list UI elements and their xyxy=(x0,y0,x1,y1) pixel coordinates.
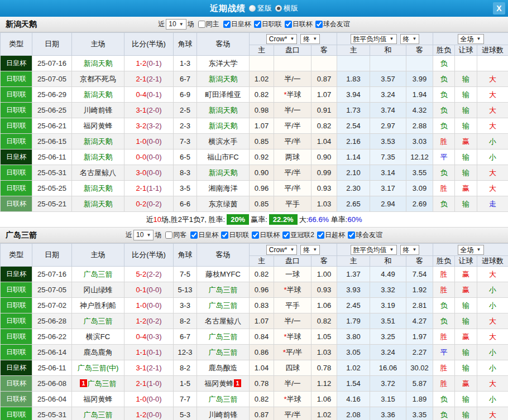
avg-draw: 3.25 xyxy=(370,329,406,345)
fulltime-score: 1-1 xyxy=(136,348,146,356)
avg-home: 1.54 xyxy=(337,376,370,392)
corner-score: 5-3 xyxy=(174,407,197,420)
col-header-type: 类型 xyxy=(1,33,32,56)
home-team: 川崎前锋 xyxy=(72,103,124,118)
subcol-avg-away: 客 xyxy=(406,256,433,267)
same-venue-checkbox[interactable]: 同主 xyxy=(195,20,219,29)
fulltime-score: 5-2 xyxy=(136,270,146,278)
league-checkbox[interactable]: 球会友谊 xyxy=(313,20,350,29)
checkbox-input[interactable] xyxy=(282,231,290,239)
odds-stage-dropdown[interactable]: 终▼ xyxy=(300,34,320,44)
league-checkbox[interactable]: 日皇杯 xyxy=(221,20,251,29)
home-team: 鹿岛鹿角 xyxy=(72,345,124,360)
avg-away: 2.88 xyxy=(406,118,433,134)
layout-radio-vertical[interactable]: 竖版 xyxy=(249,3,272,13)
league-checkbox[interactable]: 球会友谊 xyxy=(345,230,382,240)
avg-odds-dropdown[interactable]: 胜平负均值▼ xyxy=(351,245,397,255)
away-team: 广岛三箭 xyxy=(197,345,250,360)
avg-away: 2.81 xyxy=(406,298,433,313)
match-count-select[interactable]: 10▼ xyxy=(133,230,154,240)
league-checkbox[interactable]: 日职联 xyxy=(251,20,282,29)
corner-score: 8-2 xyxy=(174,313,197,329)
league-checkbox[interactable]: 亚冠联2 xyxy=(280,230,314,240)
checkbox-input[interactable] xyxy=(317,231,324,239)
result-goals: 小 xyxy=(477,134,508,149)
close-button[interactable]: X xyxy=(493,2,505,15)
avg-home: 2.45 xyxy=(337,298,370,313)
corner-score: 3-5 xyxy=(174,181,197,196)
league-checkbox-label: 球会友谊 xyxy=(356,230,382,240)
red-number-badge: 1 xyxy=(234,379,241,387)
result-handicap: 输 xyxy=(455,118,477,134)
avg-stage-dropdown[interactable]: 终▼ xyxy=(400,34,420,44)
league-checkbox[interactable]: 日联杯 xyxy=(282,20,313,29)
result-wdl: 负 xyxy=(433,71,455,87)
match-row: 日职联 25-07-02 神户胜利船 1-0(0-0) 3-3 广岛三箭 0.8… xyxy=(1,298,508,313)
result-goals: 大 xyxy=(477,103,508,118)
avg-dropdown-cell: 胜平负均值▼ 终▼ xyxy=(337,33,433,45)
match-count-select[interactable]: 10▼ xyxy=(166,19,186,30)
home-team: 新潟天鹅 xyxy=(72,196,124,212)
avg-away: 5.87 xyxy=(406,376,433,392)
result-handicap: 输 xyxy=(455,196,477,212)
scope-dropdown[interactable]: 全场▼ xyxy=(458,34,484,44)
avg-draw: 3.14 xyxy=(370,165,406,181)
results-table: 类型 日期 主场 比分(半场) 角球 客场 Crow*▼ 终▼ 胜平负均 xyxy=(0,32,508,212)
col-header-score: 比分(半场) xyxy=(124,244,174,267)
home-team: 新潟天鹅 xyxy=(72,134,124,149)
col-header-date: 日期 xyxy=(32,33,72,56)
league-checkbox[interactable]: 日职联 xyxy=(218,230,249,240)
league-checkbox[interactable]: 日皇杯 xyxy=(188,230,218,240)
bookmaker-dropdown[interactable]: Crow*▼ xyxy=(266,245,298,255)
result-wdl: 胜 xyxy=(433,181,455,196)
corner-score: 6-7 xyxy=(174,71,197,87)
odds-home: 0.85 xyxy=(250,196,274,212)
bookmaker-dropdown[interactable]: Crow*▼ xyxy=(266,34,298,44)
odds-handicap: 两球 xyxy=(274,149,311,165)
checkbox-input[interactable] xyxy=(252,231,259,239)
home-team: 福冈黄蜂 xyxy=(72,392,124,407)
checkbox-input[interactable] xyxy=(254,21,261,28)
avg-odds-dropdown[interactable]: 胜平负均值▼ xyxy=(351,34,397,44)
checkbox-input[interactable] xyxy=(165,231,172,239)
match-row: 日皇杯 25-06-11 新潟天鹅 0-0(0-0) 6-5 福山市FC 0.9… xyxy=(1,149,508,165)
odds-handicap: *半球 xyxy=(274,87,311,103)
odds-dropdown-cell: Crow*▼ 终▼ xyxy=(250,33,337,45)
result-handicap: 输 xyxy=(455,149,477,165)
team-name: 新潟天鹅 xyxy=(6,20,37,30)
match-row: 日联杯 25-05-21 新潟天鹅 0-2(0-2) 6-6 东京绿茵 0.85… xyxy=(1,196,508,212)
scope-dropdown[interactable]: 全场▼ xyxy=(458,245,484,255)
avg-draw: 3.15 xyxy=(370,392,406,407)
league-checkbox[interactable]: 日超杯 xyxy=(314,230,345,240)
halftime-score: (0-1) xyxy=(146,59,161,67)
checkbox-input[interactable] xyxy=(315,21,323,28)
odds-away: 0.82 xyxy=(311,313,337,329)
fulltime-score: 2-1 xyxy=(136,184,146,192)
team-section: 广岛三箭 近 10▼ 场 同客 日皇杯日职联日联杯亚冠联2日超杯球会友谊 类型 … xyxy=(0,228,508,420)
odds-handicap: 平/半 xyxy=(274,118,311,134)
checkbox-input[interactable] xyxy=(190,231,198,239)
result-goals: 大 xyxy=(477,181,508,196)
checkbox-input[interactable] xyxy=(348,231,355,239)
checkbox-input[interactable] xyxy=(221,231,228,239)
league-checkbox[interactable]: 日联杯 xyxy=(249,230,280,240)
odds-home: 0.85 xyxy=(250,134,274,149)
summary-bar: 近10场,胜2平1负7, 胜率:20%赢率:22.2%大:66.6% 单率:60… xyxy=(0,212,508,228)
layout-radio-horizontal[interactable]: 横版 xyxy=(275,3,298,13)
subcol-odds-home: 主 xyxy=(250,45,274,56)
corner-score: 6-7 xyxy=(174,329,197,345)
match-type-badge: 日职联 xyxy=(1,298,32,313)
avg-stage-dropdown[interactable]: 终▼ xyxy=(400,245,420,255)
score: 0-0(0-0) xyxy=(124,149,174,165)
checkbox-input[interactable] xyxy=(285,21,292,28)
match-date: 25-06-25 xyxy=(32,103,72,118)
corner-score: 5-13 xyxy=(174,282,197,298)
away-team: 横滨水手 xyxy=(197,134,250,149)
match-type-badge: 日联杯 xyxy=(1,376,32,392)
odds-stage-dropdown[interactable]: 终▼ xyxy=(300,245,320,255)
checkbox-input[interactable] xyxy=(223,21,231,28)
same-venue-checkbox[interactable]: 同客 xyxy=(162,230,186,240)
checkbox-input[interactable] xyxy=(198,21,205,28)
corner-score: 12-3 xyxy=(174,345,197,360)
result-handicap: 输 xyxy=(455,71,477,87)
